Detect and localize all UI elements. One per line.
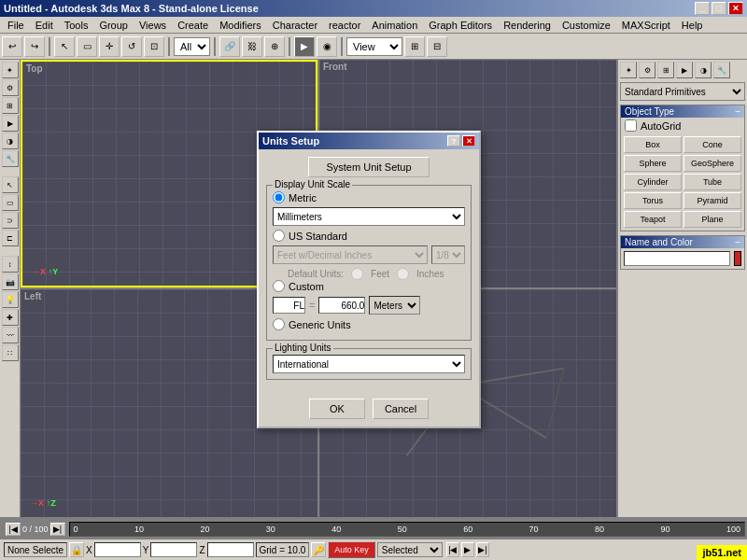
timeline-next-btn[interactable]: ▶| — [50, 523, 65, 536]
unlink-button[interactable]: ⛓ — [242, 36, 262, 57]
redo-button[interactable]: ↪ — [24, 36, 45, 57]
generic-radio[interactable] — [273, 318, 285, 330]
zoom-extents-all-button[interactable]: ⊟ — [427, 36, 447, 57]
render-type-button[interactable]: ◉ — [317, 36, 337, 57]
x-input[interactable] — [94, 542, 141, 557]
cone-button[interactable]: Cone — [684, 136, 741, 153]
move-button[interactable]: ✛ — [99, 36, 120, 57]
key-icon[interactable]: 🔑 — [311, 542, 326, 557]
helper-btn[interactable]: ✚ — [2, 309, 19, 326]
next-frame-btn[interactable]: ▶| — [476, 542, 489, 557]
panel-icon-3[interactable]: ⊞ — [657, 62, 674, 78]
menu-modifiers[interactable]: Modifiers — [214, 19, 267, 32]
menu-customize[interactable]: Customize — [557, 19, 616, 32]
fence-btn[interactable]: ⊏ — [2, 230, 19, 246]
z-input[interactable] — [207, 542, 254, 557]
menu-create[interactable]: Create — [172, 19, 214, 32]
select-filter-dropdown[interactable]: All — [174, 37, 210, 56]
tube-button[interactable]: Tube — [684, 174, 741, 190]
play-btn[interactable]: ▶ — [461, 542, 474, 557]
minimize-button[interactable]: _ — [695, 2, 710, 15]
zoom-extents-button[interactable]: ⊞ — [404, 36, 425, 57]
utilities-button[interactable]: 🔧 — [2, 150, 19, 167]
lasso-btn[interactable]: ⊃ — [2, 212, 19, 229]
y-input[interactable] — [150, 542, 197, 557]
space-warp-btn[interactable]: 〰 — [2, 327, 19, 343]
ok-button[interactable]: OK — [309, 399, 365, 419]
select-btn[interactable]: ↖ — [2, 176, 19, 193]
close-button[interactable]: ✕ — [728, 2, 743, 15]
custom-radio[interactable] — [273, 280, 285, 292]
torus-button[interactable]: Torus — [624, 192, 682, 209]
menu-animation[interactable]: Animation — [366, 19, 423, 32]
select-object-button[interactable]: ↖ — [54, 36, 75, 57]
lighting-dropdown[interactable]: International — [273, 355, 465, 373]
selected-dropdown[interactable]: Selected — [377, 542, 443, 557]
geosphere-button[interactable]: GeoSphere — [684, 155, 741, 172]
menu-reactor[interactable]: reactor — [323, 19, 366, 32]
select-region-btn[interactable]: ▭ — [2, 194, 19, 211]
category-dropdown[interactable]: Standard Primitives — [620, 82, 745, 101]
hierarchy-button[interactable]: ⊞ — [2, 97, 19, 114]
feet-radio[interactable] — [351, 268, 363, 280]
lock-icon[interactable]: 🔒 — [69, 542, 84, 557]
metric-dropdown[interactable]: Millimeters — [273, 207, 465, 226]
system-unit-setup-button[interactable]: System Unit Setup — [308, 157, 430, 177]
auto-key-button[interactable]: Auto Key — [328, 541, 375, 558]
menu-group[interactable]: Group — [93, 19, 134, 32]
dialog-close-button[interactable]: ✕ — [462, 135, 475, 147]
create-button[interactable]: ✦ — [2, 62, 19, 78]
teapot-button[interactable]: Teapot — [624, 211, 682, 228]
cylinder-button[interactable]: Cylinder — [624, 174, 682, 190]
timeline-track[interactable]: 0 10 20 30 40 50 60 70 80 90 100 — [69, 522, 745, 537]
display-button[interactable]: ◑ — [2, 133, 19, 149]
panel-icon-2[interactable]: ⚙ — [639, 62, 655, 78]
autogrid-checkbox[interactable] — [625, 119, 637, 132]
metric-radio[interactable] — [273, 191, 285, 203]
object-name-input[interactable] — [624, 251, 730, 266]
dialog-help-button[interactable]: ? — [447, 135, 460, 147]
link-btn[interactable]: ↕ — [2, 256, 19, 273]
panel-icon-4[interactable]: ▶ — [676, 62, 693, 78]
menu-file[interactable]: File — [2, 19, 30, 32]
us-standard-radio[interactable] — [273, 230, 285, 242]
custom-value-input[interactable] — [318, 297, 365, 314]
timeline-prev-btn[interactable]: |◀ — [6, 523, 21, 536]
particle-btn[interactable]: ∷ — [2, 344, 19, 361]
menu-maxscript[interactable]: MAXScript — [616, 19, 676, 32]
motion-button[interactable]: ▶ — [2, 115, 19, 132]
menu-edit[interactable]: Edit — [30, 19, 59, 32]
custom-name-input[interactable] — [273, 297, 305, 314]
panel-icon-5[interactable]: ◑ — [695, 62, 712, 78]
us-fraction-dropdown[interactable]: 1/8 — [431, 245, 465, 264]
rotate-button[interactable]: ↺ — [121, 36, 142, 57]
object-color-swatch[interactable] — [734, 251, 741, 266]
us-unit-dropdown[interactable]: Feet w/Decimal Inches — [273, 245, 428, 264]
menu-help[interactable]: Help — [676, 19, 709, 32]
panel-icon-6[interactable]: 🔧 — [713, 62, 730, 78]
view-dropdown[interactable]: View — [346, 37, 402, 56]
panel-icon-1[interactable]: ✦ — [620, 62, 637, 78]
camera-btn[interactable]: 📷 — [2, 273, 19, 290]
sphere-button[interactable]: Sphere — [624, 155, 682, 172]
modify-button[interactable]: ⚙ — [2, 79, 19, 96]
bind-space-button[interactable]: ⊕ — [264, 36, 285, 57]
menu-character[interactable]: Character — [267, 19, 323, 32]
custom-unit-dropdown[interactable]: Meters — [369, 296, 420, 315]
inches-radio[interactable] — [397, 268, 409, 280]
menu-views[interactable]: Views — [134, 19, 172, 32]
menu-graph-editors[interactable]: Graph Editors — [423, 19, 498, 32]
menu-tools[interactable]: Tools — [59, 19, 94, 32]
cancel-button[interactable]: Cancel — [373, 399, 429, 419]
pyramid-button[interactable]: Pyramid — [684, 192, 741, 209]
light-btn[interactable]: 💡 — [2, 291, 19, 308]
maximize-button[interactable]: □ — [712, 2, 726, 15]
plane-button[interactable]: Plane — [684, 211, 741, 228]
render-button[interactable]: ▶ — [294, 36, 315, 57]
scale-button[interactable]: ⊡ — [144, 36, 164, 57]
prev-frame-btn[interactable]: |◀ — [446, 542, 459, 557]
box-button[interactable]: Box — [624, 136, 682, 153]
undo-button[interactable]: ↩ — [2, 36, 22, 57]
select-region-button[interactable]: ▭ — [77, 36, 97, 57]
menu-rendering[interactable]: Rendering — [498, 19, 557, 32]
